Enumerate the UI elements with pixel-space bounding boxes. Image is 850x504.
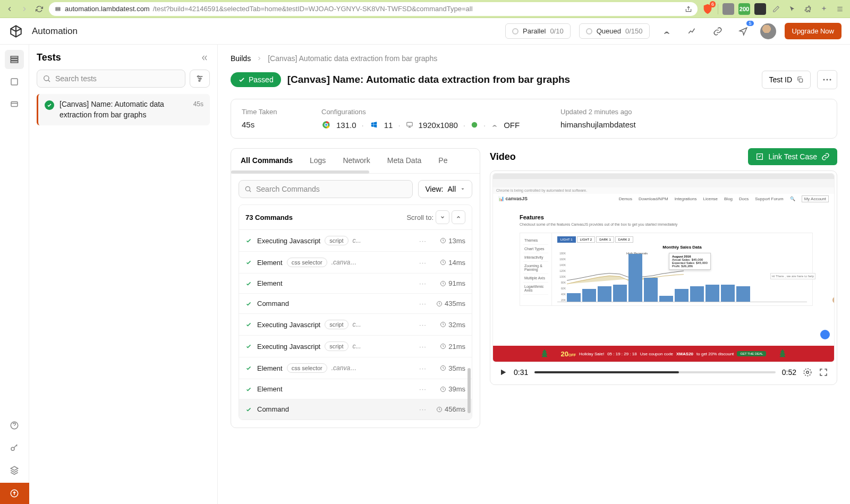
play-button[interactable]: [499, 368, 507, 377]
command-row[interactable]: Element ··· 39ms: [239, 379, 472, 399]
tabs-scrollbar[interactable]: [231, 170, 369, 174]
reload-button[interactable]: [34, 4, 45, 14]
rail-item-2[interactable]: [5, 72, 24, 91]
menu-icon[interactable]: [834, 3, 846, 15]
scroll-up-button[interactable]: [452, 210, 465, 224]
stack-icon[interactable]: [5, 460, 24, 480]
command-more-icon[interactable]: ···: [418, 321, 428, 329]
video-player: Chrome is being controlled by automated …: [490, 170, 837, 385]
ai-icon[interactable]: [818, 3, 830, 15]
more-actions-button[interactable]: [817, 70, 837, 89]
tab-more[interactable]: Pe: [436, 149, 449, 173]
extension-icons: 200: [722, 3, 846, 15]
info-time-value: 45s: [242, 120, 305, 129]
share-icon[interactable]: [685, 5, 692, 13]
command-row[interactable]: Element ··· 91ms: [239, 274, 472, 294]
command-time: 14ms: [432, 259, 465, 267]
command-more-icon[interactable]: ···: [418, 343, 428, 351]
command-more-icon[interactable]: ···: [418, 405, 428, 413]
features-heading: Features: [520, 214, 813, 220]
svg-point-13: [199, 80, 200, 82]
tab-network[interactable]: Network: [341, 149, 372, 173]
test-id-button[interactable]: Test ID: [762, 71, 811, 89]
svg-point-11: [198, 76, 199, 78]
rail-item-builds[interactable]: [5, 50, 24, 69]
scroll-down-button[interactable]: [436, 210, 449, 224]
broadcast-icon[interactable]: [658, 23, 675, 40]
bar: [613, 285, 627, 302]
command-time: 456ms: [432, 405, 465, 413]
breadcrumb-builds[interactable]: Builds: [231, 54, 251, 63]
queued-status[interactable]: Queued0/150: [579, 23, 650, 39]
brave-shields-icon[interactable]: 6: [702, 3, 713, 15]
ext-icon-2[interactable]: 200: [738, 3, 750, 15]
forward-button[interactable]: [19, 4, 30, 14]
ext-icon-1[interactable]: [722, 3, 734, 15]
promo-cta: GET THE DEAL: [737, 351, 766, 356]
command-more-icon[interactable]: ···: [418, 300, 428, 307]
test-title: [Canvas] Name: Automatic data extraction…: [287, 74, 756, 86]
command-more-icon[interactable]: ···: [418, 385, 428, 393]
command-row[interactable]: Executing Javascript script c... ··· 21m…: [239, 336, 472, 357]
link-test-case-button[interactable]: Link Test Case: [748, 148, 837, 165]
site-settings-icon: [54, 5, 62, 13]
svg-point-16: [827, 79, 828, 81]
svg-point-33: [804, 369, 811, 376]
command-row[interactable]: Command ··· 456ms: [239, 399, 472, 420]
search-commands-input[interactable]: Search Commands: [239, 180, 413, 198]
cursor-icon[interactable]: [786, 3, 798, 15]
help-icon[interactable]: [5, 416, 24, 435]
tab-logs[interactable]: Logs: [308, 149, 328, 173]
video-controls: 0:31 0:52: [492, 362, 835, 382]
analytics-icon[interactable]: [684, 23, 701, 40]
url-bar[interactable]: automation.lambdatest.com/test?build=421…: [49, 2, 698, 16]
svg-point-20: [325, 124, 327, 126]
parallel-status[interactable]: Parallel0/10: [505, 23, 571, 39]
link-icon[interactable]: [709, 23, 726, 40]
command-more-icon[interactable]: ···: [418, 364, 428, 372]
rail-upload-button[interactable]: [0, 483, 29, 504]
filter-button[interactable]: [190, 70, 210, 88]
command-name: Element: [257, 364, 283, 372]
video-frame[interactable]: Chrome is being controlled by automated …: [492, 173, 835, 362]
search-tests-input[interactable]: Search tests: [37, 70, 185, 88]
user-avatar[interactable]: [760, 23, 776, 39]
command-row[interactable]: Executing Javascript script c... ··· 13m…: [239, 230, 472, 252]
command-chip: css selector: [287, 258, 327, 267]
command-more-icon[interactable]: ···: [418, 259, 428, 267]
test-list-item[interactable]: [Canvas] Name: Automatic data extraction…: [37, 94, 210, 125]
check-icon: [245, 406, 253, 413]
edit-icon[interactable]: [770, 3, 782, 15]
view-dropdown[interactable]: View: All: [418, 180, 472, 198]
commands-list[interactable]: Executing Javascript script c... ··· 13m…: [239, 230, 472, 420]
speed-icon[interactable]: [803, 368, 812, 377]
back-button[interactable]: [4, 4, 15, 14]
notifications-icon[interactable]: 5: [735, 23, 752, 40]
command-more-icon[interactable]: ···: [418, 237, 428, 245]
upgrade-button[interactable]: Upgrade Now: [785, 23, 842, 39]
command-name: Command: [257, 300, 289, 307]
command-row[interactable]: Element css selector .canvasj... ··· 14m…: [239, 252, 472, 274]
key-icon[interactable]: [5, 438, 24, 457]
command-row[interactable]: Element css selector .canvasj... ··· 35m…: [239, 357, 472, 379]
svg-rect-14: [799, 79, 802, 82]
rail-item-3[interactable]: [5, 95, 24, 114]
ext-icon-3[interactable]: [754, 3, 766, 15]
tab-metadata[interactable]: Meta Data: [385, 149, 424, 173]
scrollbar-thumb[interactable]: [468, 368, 471, 413]
video-progress-bar[interactable]: [534, 371, 776, 373]
monitor-icon: [406, 121, 413, 129]
command-row[interactable]: Command ··· 435ms: [239, 294, 472, 314]
extensions-icon[interactable]: [802, 3, 814, 15]
command-more-icon[interactable]: ···: [418, 279, 428, 287]
tab-all-commands[interactable]: All Commands: [239, 149, 295, 174]
scroll-to-label: Scroll to:: [406, 213, 434, 221]
fullscreen-icon[interactable]: [819, 368, 828, 377]
nav-rail: [0, 45, 29, 504]
command-row[interactable]: Executing Javascript script c... ··· 32m…: [239, 314, 472, 336]
logo[interactable]: [8, 24, 23, 39]
feature-menu: ThemesChart TypesInteractivityZooming & …: [520, 233, 552, 305]
windows-icon: [369, 120, 379, 130]
collapse-sidebar-icon[interactable]: [199, 53, 210, 63]
svg-rect-4: [11, 61, 18, 63]
